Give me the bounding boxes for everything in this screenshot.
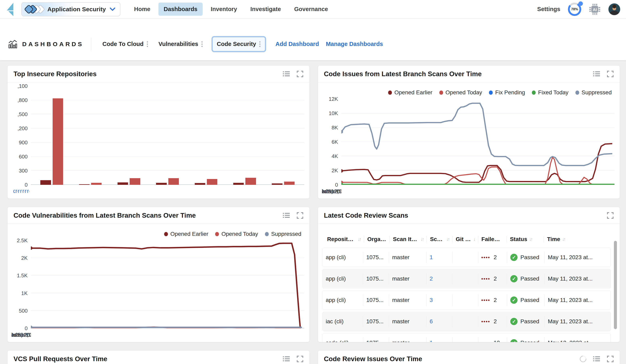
panel-code-issues-over-time: Code Issues from Latest Branch Scans Ove… [318,65,620,199]
usage-ring[interactable]: 78% [568,3,581,16]
table-row[interactable]: app (cli) 1075... master 2 2 ✓Passed May… [322,269,611,289]
bar-category-link[interactable]: recardolabs/ci... [27,188,29,194]
table-row[interactable]: app (cli) 1075... master 1 2 ✓Passed May… [322,248,611,267]
list-view-icon[interactable] [283,356,290,363]
bar [53,98,63,185]
table-row[interactable]: iac (cli) 1075... master 6 2 ✓Passed May… [322,312,611,331]
legend-fix-pending[interactable]: Fix Pending [489,89,525,96]
panel-title: VCS Pull Requests Over Time [13,355,107,363]
table-row[interactable]: app (cli) 1075... master 3 2 ✓Passed May… [322,291,611,310]
nav-item-dashboards[interactable]: Dashboards [158,3,203,16]
chart-plot-area [31,86,304,185]
legend-opened-today[interactable]: Opened Today [215,231,258,237]
y-tick-label: 1K [21,290,28,296]
settings-button[interactable]: Settings [537,6,560,12]
scan-id-link[interactable]: 2 [430,276,433,282]
dashboards-chart-icon [8,39,17,49]
sort-icon[interactable]: ↓↑ [529,237,532,242]
bar [79,184,89,185]
scan-id-link[interactable]: 6 [430,318,433,325]
notification-dot [578,1,583,6]
status-passed-icon: ✓ [510,318,517,325]
bar [245,178,256,185]
bar [117,182,128,185]
sort-icon[interactable]: ↓↑ [562,237,565,242]
sort-icon[interactable]: ↓ [473,237,475,242]
table-header-row: Repository↓↑ Organizat Scan Item↓↑ Scan … [322,236,611,248]
legend-fixed-today[interactable]: Fixed Today [532,89,568,96]
ai-chip-text: AI [593,7,597,12]
kebab-menu-icon[interactable] [259,40,261,48]
scan-id-link[interactable]: 3 [430,297,433,303]
bar-group [156,86,179,185]
prisma-cloud-logo-icon[interactable] [4,2,17,17]
panel-top-insecure-repositories: Top Insecure Repositories ,100,800,500,2… [7,65,310,199]
expand-icon[interactable] [607,71,614,77]
table-scrollbar[interactable] [614,241,617,329]
nav-item-inventory[interactable]: Inventory [205,3,242,16]
kebab-menu-icon[interactable] [201,40,203,48]
nav-item-governance[interactable]: Governance [289,3,333,16]
ai-copilot-icon[interactable]: AI [589,3,601,15]
dashboards-title: DASHBOARDS [22,41,84,48]
scan-id-link[interactable]: 1 [430,254,433,261]
nav-item-investigate[interactable]: Investigate [245,3,286,16]
tab-code-to-cloud[interactable]: Code To Cloud [98,37,153,51]
bar-group [117,86,140,185]
legend-suppressed[interactable]: Suppressed [575,89,612,96]
module-selector-label: Application Security [47,6,106,13]
sort-icon[interactable]: ↓↑ [358,237,361,242]
expand-icon[interactable] [297,356,303,363]
legend-opened-earlier[interactable]: Opened Earlier [388,89,432,96]
bar-group [233,86,256,185]
scan-id-link[interactable]: 1 [430,340,433,342]
manage-dashboards-link[interactable]: Manage Dashboards [326,41,383,47]
sort-icon[interactable]: ↓↑ [446,237,449,242]
bar-category-link[interactable]: dlpqa/pcs-data... [13,188,15,194]
list-view-icon[interactable] [593,71,600,77]
bar [233,183,244,185]
panel-title: Code Review Issues Over Time [324,355,422,363]
y-tick-label: 2.5K [17,237,28,244]
user-avatar[interactable] [608,3,620,15]
loading-spinner-icon [578,354,587,364]
y-tick-label: ,100 [17,83,28,89]
y-tick-label: 600 [19,154,28,160]
list-view-icon[interactable] [593,356,600,363]
legend-suppressed[interactable]: Suppressed [265,231,301,237]
severity-dots-icon [481,278,490,280]
expand-icon[interactable] [297,71,303,77]
legend-opened-earlier[interactable]: Opened Earlier [164,231,208,237]
tab-vulnerabilities[interactable]: Vulnerabilities [155,37,207,51]
bar-category-link[interactable]: recardolabs/co... [20,188,22,194]
list-view-icon[interactable] [283,212,290,219]
bar-category-link[interactable]: recardolabs/su... [18,188,20,194]
sort-icon[interactable]: ↓↑ [421,237,423,242]
bar-group [40,86,63,185]
severity-dots-icon [481,299,490,301]
dashboards-bar: DASHBOARDS Code To Cloud Vulnerabilities… [0,19,626,61]
line-series-svg [341,99,615,185]
bar-category-link[interactable]: recardolabs/te... [25,188,27,194]
bar-group [79,86,102,185]
bar [284,182,295,185]
table-row[interactable]: code (cli) 1075... master 1 10 ✓Passed M… [322,333,611,342]
status-passed-icon: ✓ [510,275,517,282]
nav-item-home[interactable]: Home [129,3,156,16]
expand-icon[interactable] [297,212,303,219]
tab-code-security[interactable]: Code Security [213,37,265,51]
list-view-icon[interactable] [283,71,290,77]
expand-icon[interactable] [607,356,614,363]
bar-category-labels: dlpqa/pcs-data...recardolabs/ba...recard… [11,185,31,194]
expand-icon[interactable] [607,212,614,219]
panel-title: Code Issues from Latest Branch Scans Ove… [324,70,482,78]
kebab-menu-icon[interactable] [146,40,148,48]
bar-category-link[interactable]: recardolabs/fr... [22,188,25,194]
divider [91,38,91,51]
legend-opened-today[interactable]: Opened Today [439,89,482,96]
bar-category-link[interactable]: recardolabs/ba... [15,188,18,194]
add-dashboard-link[interactable]: Add Dashboard [275,41,319,47]
module-selector[interactable]: Application Security [21,2,120,16]
y-axis-labels: 02K4K6K8K10K12K [322,99,341,185]
y-tick-label: 500 [19,308,28,314]
